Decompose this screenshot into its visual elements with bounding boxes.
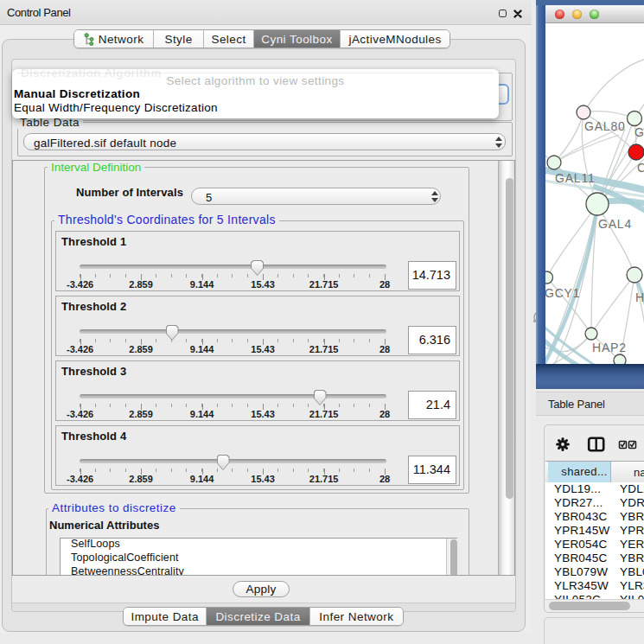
svg-text:GAL11: GAL11 bbox=[555, 171, 596, 185]
svg-text:GAL80: GAL80 bbox=[584, 119, 626, 133]
svg-text:GAL4: GAL4 bbox=[598, 217, 632, 231]
svg-text:GCY1: GCY1 bbox=[545, 286, 580, 300]
svg-text:C: C bbox=[637, 161, 644, 175]
svg-text:G.: G. bbox=[634, 125, 644, 139]
svg-text:HAP2: HAP2 bbox=[592, 341, 627, 354]
svg-text:H: H bbox=[635, 290, 644, 304]
